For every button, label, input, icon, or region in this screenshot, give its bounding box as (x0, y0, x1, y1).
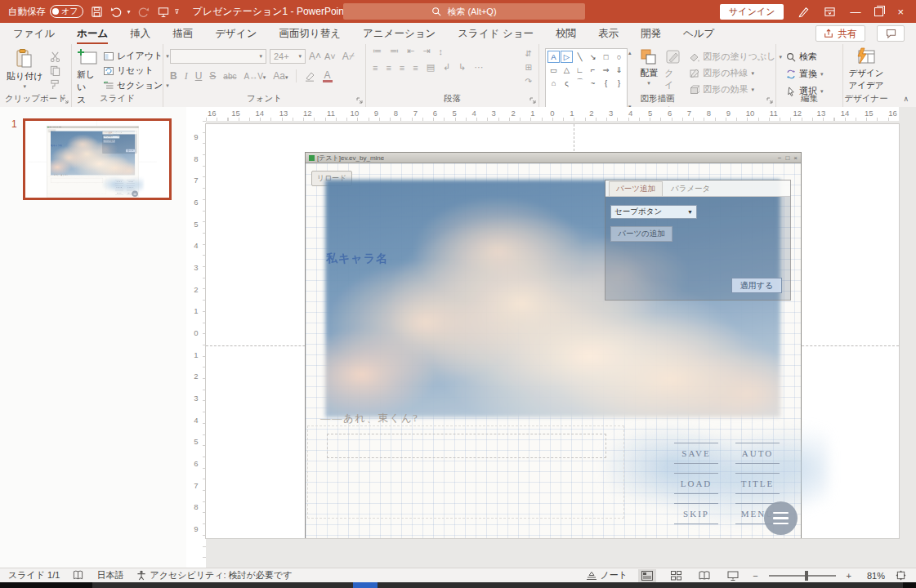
ribbon-display-options-icon[interactable] (824, 6, 836, 18)
shape-gallery-item-17[interactable]: } (613, 77, 625, 89)
hamburger-menu-button[interactable] (764, 501, 798, 535)
shape-gallery-item-13[interactable]: ς (561, 77, 573, 89)
shape-gallery-item-15[interactable]: ~ (587, 77, 599, 89)
shape-gallery-item-8[interactable]: ∟ (574, 64, 586, 76)
slide-1[interactable]: [テスト]ev.ev_by_mine −□× リロード 私キャラ名 パーツ追加パ… (206, 124, 899, 538)
accessibility-status[interactable]: アクセシビリティ: 検討が必要です (136, 569, 292, 581)
autosave-toggle[interactable]: 自動保存 オフ (8, 5, 83, 18)
ribbon-tab-9[interactable]: 表示 (598, 23, 619, 44)
message-area-dashed-outline[interactable] (307, 425, 624, 519)
add-part-button[interactable]: パーツの追加 (104, 140, 115, 143)
shape-gallery-item-9[interactable]: ⌐ (587, 64, 599, 76)
restore-button[interactable] (874, 7, 883, 16)
game-window-titlebar[interactable]: [テスト]ev.ev_by_mine −□× (306, 153, 801, 163)
minimize-button[interactable]: — (850, 7, 860, 17)
hamburger-menu-button[interactable] (132, 190, 138, 197)
ribbon-tab-6[interactable]: アニメーション (363, 23, 436, 44)
panel-tabs[interactable]: パーツ追加パラメータ (605, 180, 790, 197)
slide-1-thumbnail[interactable]: [テスト]ev.ev_by_mine −□× リロード 私キャラ名 パーツ追加パ… (23, 118, 172, 200)
normal-view-button[interactable] (638, 569, 656, 582)
ribbon-tab-10[interactable]: 開発 (641, 23, 661, 44)
find-button[interactable]: 検索 (786, 51, 817, 63)
ribbon-tab-5[interactable]: 画面切り替え (279, 23, 341, 44)
shape-gallery-item-14[interactable]: ⌒ (574, 77, 586, 89)
ribbon-tab-4[interactable]: デザイン (215, 23, 257, 44)
reading-view-button[interactable] (695, 569, 713, 582)
fit-slide-icon[interactable] (896, 570, 906, 581)
slideshow-view-button[interactable] (724, 569, 742, 582)
paragraph-dialog-launcher-icon[interactable] (529, 97, 536, 104)
search-box[interactable]: 検索 (Alt+Q) (343, 3, 585, 20)
add-part-button[interactable]: パーツの追加 (610, 226, 672, 242)
clipboard-dialog-launcher-icon[interactable] (62, 97, 69, 104)
slide-indicator[interactable]: スライド 1/1 (8, 569, 60, 581)
undo-dropdown-icon[interactable]: ▾ (127, 8, 130, 16)
paste-dropdown-icon[interactable]: ▾ (24, 83, 27, 90)
game-menu-button-1[interactable]: AUTO (127, 180, 135, 184)
game-menu-buttons[interactable]: SAVEAUTOLOADTITLESKIPMENU (674, 443, 780, 524)
game-menu-button-2[interactable]: LOAD (674, 473, 718, 494)
apply-button[interactable]: 適用する (731, 278, 782, 293)
shape-gallery-item-6[interactable]: ▭ (547, 64, 560, 76)
shape-gallery-item-12[interactable]: ⌂ (547, 77, 560, 89)
panel-tab-1[interactable]: パラメータ (664, 182, 717, 196)
ribbon-tab-2[interactable]: 挿入 (130, 23, 150, 44)
zoom-slider-thumb[interactable] (805, 571, 808, 581)
part-type-dropdown[interactable]: セーブボタン ▼ (610, 205, 697, 219)
spellcheck-icon[interactable] (73, 570, 83, 581)
game-menu-button-0[interactable]: SAVE (115, 180, 123, 184)
qat-customize-icon[interactable]: ⊽ (174, 8, 179, 16)
slide-sorter-view-button[interactable] (667, 569, 685, 582)
shape-gallery-item-5[interactable]: ○ (613, 51, 625, 63)
apply-button[interactable]: 適用する (126, 149, 135, 153)
language-indicator[interactable]: 日本語 (96, 569, 123, 581)
design-ideas-button[interactable]: デザイン アイデア (843, 44, 889, 91)
zoom-slider[interactable] (769, 575, 836, 577)
ribbon-tab-8[interactable]: 校閲 (556, 23, 576, 44)
ribbon-tab-7[interactable]: スライド ショー (458, 23, 534, 44)
share-button[interactable]: 共有 (815, 25, 865, 42)
shape-gallery-item-2[interactable]: ╲ (574, 51, 586, 63)
undo-icon[interactable] (110, 6, 123, 18)
shape-gallery-item-4[interactable]: □ (600, 51, 612, 63)
ribbon-tabs[interactable]: ファイルホーム挿入描画デザイン画面切り替えアニメーションスライド ショー校閲表示… (0, 23, 714, 44)
ribbon-tab-1[interactable]: ホーム (77, 23, 108, 44)
ribbon-tab-3[interactable]: 描画 (172, 23, 193, 44)
save-icon[interactable] (91, 6, 103, 18)
game-menu-button-3[interactable]: TITLE (127, 185, 135, 189)
shape-gallery-item-10[interactable]: ⇒ (600, 64, 612, 76)
shape-gallery-item-3[interactable]: ↘ (587, 51, 599, 63)
game-window-control-1[interactable]: □ (785, 154, 789, 162)
game-window-control-2[interactable]: × (793, 154, 798, 162)
close-button[interactable]: × (897, 7, 904, 17)
game-menu-button-4[interactable]: SKIP (115, 191, 123, 195)
notes-button[interactable]: ノート (586, 569, 628, 581)
zoom-in-button[interactable]: + (847, 571, 851, 581)
drawing-dialog-launcher-icon[interactable] (766, 97, 773, 104)
game-window-controls[interactable]: −□× (778, 154, 798, 162)
ribbon-tab-0[interactable]: ファイル (13, 23, 55, 44)
game-menu-button-1[interactable]: AUTO (735, 443, 780, 464)
layout-button[interactable]: レイアウト▾ (104, 50, 169, 62)
shape-gallery-item-11[interactable]: ⇓ (613, 64, 625, 76)
replace-button[interactable]: 置換▾ (786, 68, 824, 80)
game-menu-button-4[interactable]: SKIP (674, 503, 718, 524)
shape-gallery-item-7[interactable]: △ (561, 64, 573, 76)
section-button[interactable]: セクション▾ (104, 79, 169, 91)
part-type-dropdown[interactable]: セーブボタン ▼ (104, 136, 120, 138)
game-window-control-0[interactable]: − (778, 154, 782, 162)
reset-button[interactable]: リセット (104, 65, 154, 77)
inking-icon[interactable] (798, 6, 810, 18)
paste-button[interactable]: 貼り付け ▾ (7, 48, 43, 90)
signin-button[interactable]: サインイン (720, 4, 784, 20)
comments-button[interactable] (877, 25, 905, 42)
game-menu-button-2[interactable]: LOAD (115, 185, 123, 189)
zoom-level[interactable]: 81% (862, 571, 885, 581)
shape-gallery-item-16[interactable]: { (600, 77, 612, 89)
panel-tab-0[interactable]: パーツ追加 (609, 181, 663, 196)
message-area-dashed-outline[interactable] (47, 176, 106, 194)
ribbon-tab-11[interactable]: ヘルプ (683, 23, 714, 44)
collapse-ribbon-icon[interactable]: ∧ (903, 95, 909, 103)
shape-gallery-item-1[interactable]: ▷ (561, 51, 573, 63)
game-menu-button-0[interactable]: SAVE (674, 443, 718, 464)
